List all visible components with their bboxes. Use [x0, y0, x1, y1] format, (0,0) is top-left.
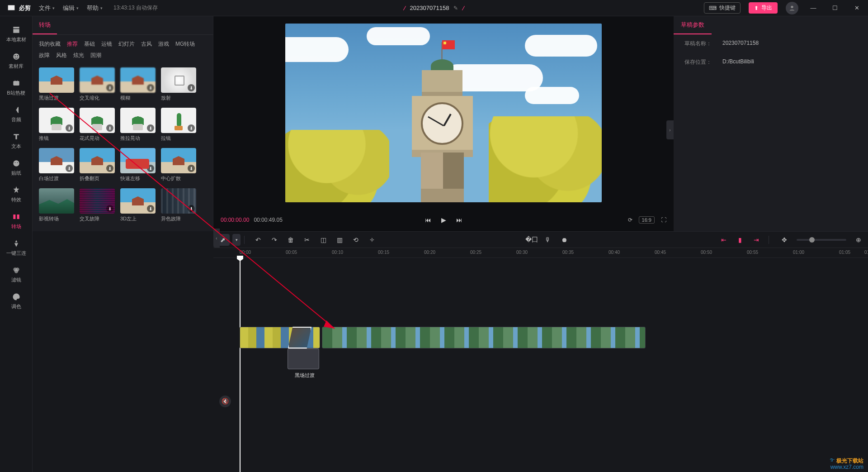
zoom-in-button[interactable]: ⊕	[852, 234, 865, 246]
download-icon[interactable]: ⬇	[188, 205, 195, 212]
menu-file[interactable]: 文件▾	[39, 4, 55, 12]
ruler-tick: 00:30	[516, 250, 528, 255]
download-icon[interactable]: ⬇	[66, 205, 73, 212]
tag-基础[interactable]: 基础	[84, 40, 95, 48]
zoom-fit-button[interactable]: ✥	[778, 234, 791, 246]
window-close[interactable]: ✕	[850, 5, 863, 11]
tag-风格[interactable]: 风格	[56, 52, 67, 59]
shortcuts-button[interactable]: ⌨ 快捷键	[704, 2, 741, 14]
manual-keyframe-button[interactable]: ✧	[365, 234, 379, 246]
timeline-body[interactable]: 🔇 黑场过渡	[213, 258, 868, 472]
tag-MG转场[interactable]: MG转场	[175, 40, 195, 48]
transition-item[interactable]: ⬇异色故障	[161, 188, 196, 222]
menu-edit[interactable]: 编辑▾	[63, 4, 79, 12]
rail-trans[interactable]: 转场	[4, 210, 28, 233]
rail-audio[interactable]: 音频	[4, 103, 28, 126]
transition-item[interactable]: ⬇快速左移	[120, 148, 156, 182]
delete-button[interactable]: 🗑	[284, 234, 297, 246]
rail-oneclick[interactable]: 一键三连	[4, 236, 28, 259]
transition-item[interactable]: ⬇交叉故障	[80, 188, 115, 222]
snap-clip-button[interactable]: ▮	[733, 234, 747, 246]
download-icon[interactable]: ⬇	[147, 205, 154, 212]
video-track[interactable]	[240, 327, 859, 348]
playhead[interactable]	[240, 258, 241, 472]
transition-item[interactable]: 黑场过渡	[39, 67, 74, 101]
tag-运镜[interactable]: 运镜	[101, 40, 112, 48]
download-icon[interactable]: ⬇	[188, 124, 195, 132]
next-frame-button[interactable]: ⏭	[456, 216, 462, 224]
window-minimize[interactable]: —	[807, 5, 820, 11]
redo-button[interactable]: ↷	[268, 234, 281, 246]
transition-item[interactable]: ⬇放射	[161, 67, 196, 101]
record-button[interactable]: ⏺	[557, 234, 571, 246]
recognize-button[interactable]: �囗	[525, 234, 538, 246]
window-maximize[interactable]: ☐	[828, 5, 842, 11]
preview-video[interactable]	[285, 24, 602, 202]
transition-item[interactable]: ⬇折叠翻页	[80, 148, 115, 182]
tag-炫光[interactable]: 炫光	[73, 52, 84, 59]
split-button[interactable]: ✂	[300, 234, 314, 246]
panel-tab-transitions[interactable]: 转场	[33, 16, 57, 34]
tag-游戏[interactable]: 游戏	[158, 40, 169, 48]
cursor-tool-chevron[interactable]: ▾	[232, 234, 241, 246]
props-tab-draft[interactable]: 草稿参数	[674, 16, 712, 34]
transition-item[interactable]: ⬇中心扩散	[161, 148, 196, 182]
app-logo: 必剪	[6, 3, 31, 13]
download-icon[interactable]: ⬇	[106, 124, 113, 132]
tag-推荐[interactable]: 推荐	[67, 40, 78, 48]
download-icon[interactable]: ⬇	[66, 165, 73, 172]
download-icon[interactable]: ⬇	[106, 165, 113, 172]
mic-button[interactable]: 🎙	[541, 234, 555, 246]
collapse-props-button[interactable]: ›	[666, 120, 674, 139]
play-button[interactable]: ▶	[441, 216, 446, 224]
transition-item[interactable]: ⬇模糊	[120, 67, 156, 101]
edit-name-icon[interactable]: ✎	[453, 5, 458, 11]
zoom-slider-thumb[interactable]	[809, 237, 815, 243]
rail-fx[interactable]: 特效	[4, 183, 28, 206]
rail-text[interactable]: 文本	[4, 129, 28, 153]
download-icon[interactable]: ⬇	[188, 165, 195, 172]
time-ruler[interactable]: 00:0000:0500:1000:1500:2000:2500:3000:35…	[213, 248, 868, 258]
crop-button[interactable]: ◫	[316, 234, 330, 246]
download-icon[interactable]: ⬇	[147, 84, 154, 91]
track-mute-button[interactable]: 🔇	[219, 396, 231, 407]
rotate-button[interactable]: ⟲	[349, 234, 363, 246]
transition-item[interactable]: ⬇推拉晃动	[120, 108, 156, 142]
mirror-button[interactable]: ▥	[333, 234, 346, 246]
clip-2[interactable]	[322, 327, 646, 348]
transition-item[interactable]: ⬇拉镜	[161, 108, 196, 142]
transition-item[interactable]: ⬇3D左上	[120, 188, 156, 222]
download-icon[interactable]: ⬇	[106, 84, 113, 91]
rail-local[interactable]: 本地素材	[4, 23, 28, 46]
transition-item[interactable]: ⬇交叉缩化	[80, 67, 115, 101]
tag-古风[interactable]: 古风	[141, 40, 152, 48]
properties-panel: › 草稿参数 草稿名称： 202307071158 保存位置： D:/BcutB…	[674, 16, 868, 231]
export-button[interactable]: ⬆ 导出	[749, 2, 778, 14]
snap-right-button[interactable]: ⇥	[750, 234, 763, 246]
snap-left-button[interactable]: ⇤	[717, 234, 731, 246]
tag-国潮[interactable]: 国潮	[90, 52, 101, 59]
rail-library[interactable]: 素材库	[4, 49, 28, 72]
transition-item[interactable]: ⬇推镜	[39, 108, 74, 142]
download-icon[interactable]: ⬇	[147, 124, 154, 132]
collapse-panel-button[interactable]: ‹	[213, 229, 220, 248]
avatar[interactable]	[786, 2, 798, 14]
rail-hot[interactable]: B站热梗	[4, 76, 28, 99]
menu-help[interactable]: 帮助▾	[87, 4, 103, 12]
undo-button[interactable]: ↶	[251, 234, 265, 246]
download-icon[interactable]: ⬇	[66, 124, 73, 132]
rail-color[interactable]: 调色	[4, 290, 28, 313]
tag-我的收藏[interactable]: 我的收藏	[39, 40, 61, 48]
transition-item[interactable]: ⬇花式晃动	[80, 108, 115, 142]
rail-filter[interactable]: 滤镜	[4, 263, 28, 286]
download-icon[interactable]: ⬇	[188, 84, 195, 91]
prev-frame-button[interactable]: ⏮	[425, 216, 431, 224]
download-icon[interactable]: ⬇	[106, 205, 113, 212]
ruler-tick: 00:05	[286, 250, 297, 255]
transition-item[interactable]: ⬇影视转场	[39, 188, 74, 222]
rail-sticker[interactable]: 贴纸	[4, 156, 28, 179]
download-icon[interactable]: ⬇	[147, 165, 154, 172]
tag-幻灯片[interactable]: 幻灯片	[118, 40, 135, 48]
transition-item[interactable]: ⬇白场过渡	[39, 148, 74, 182]
tag-故障[interactable]: 故障	[39, 52, 50, 59]
